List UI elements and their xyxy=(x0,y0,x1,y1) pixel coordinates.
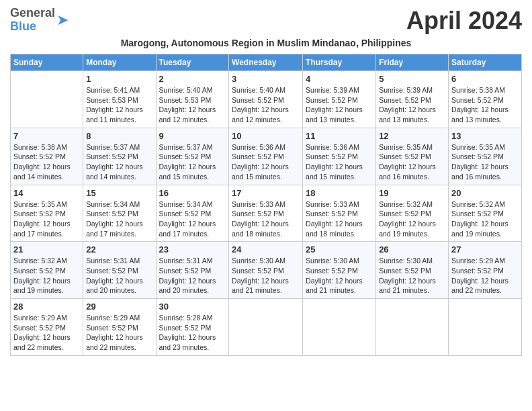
day-info: Sunrise: 5:29 AMSunset: 5:52 PMDaylight:… xyxy=(86,313,152,353)
calendar-cell: 12Sunrise: 5:35 AMSunset: 5:52 PMDayligh… xyxy=(376,128,449,185)
day-number: 6 xyxy=(451,74,519,84)
day-info: Sunrise: 5:35 AMSunset: 5:52 PMDaylight:… xyxy=(379,142,445,182)
calendar-cell xyxy=(229,299,303,356)
day-info: Sunrise: 5:37 AMSunset: 5:52 PMDaylight:… xyxy=(86,142,152,182)
logo-bird-icon: ➤ xyxy=(56,11,69,29)
calendar-cell xyxy=(449,299,522,356)
calendar-cell: 30Sunrise: 5:28 AMSunset: 5:52 PMDayligh… xyxy=(156,299,229,356)
calendar-cell: 25Sunrise: 5:30 AMSunset: 5:52 PMDayligh… xyxy=(303,242,376,299)
calendar-cell: 10Sunrise: 5:36 AMSunset: 5:52 PMDayligh… xyxy=(229,128,303,185)
day-info: Sunrise: 5:36 AMSunset: 5:52 PMDaylight:… xyxy=(306,142,373,182)
day-number: 27 xyxy=(451,244,519,255)
calendar-cell: 28Sunrise: 5:29 AMSunset: 5:52 PMDayligh… xyxy=(11,299,83,356)
day-number: 8 xyxy=(86,131,152,141)
calendar-cell: 14Sunrise: 5:35 AMSunset: 5:52 PMDayligh… xyxy=(11,185,83,242)
day-number: 18 xyxy=(306,188,373,198)
day-number: 17 xyxy=(232,188,300,198)
day-info: Sunrise: 5:37 AMSunset: 5:52 PMDaylight:… xyxy=(159,142,226,182)
calendar-cell: 16Sunrise: 5:34 AMSunset: 5:52 PMDayligh… xyxy=(156,185,229,242)
day-info: Sunrise: 5:30 AMSunset: 5:52 PMDaylight:… xyxy=(306,256,373,295)
day-number: 16 xyxy=(159,188,226,198)
calendar-cell: 19Sunrise: 5:32 AMSunset: 5:52 PMDayligh… xyxy=(376,185,449,242)
day-info: Sunrise: 5:38 AMSunset: 5:52 PMDaylight:… xyxy=(451,85,519,125)
column-header-friday: Friday xyxy=(376,54,449,71)
column-header-monday: Monday xyxy=(83,54,156,71)
calendar-cell: 9Sunrise: 5:37 AMSunset: 5:52 PMDaylight… xyxy=(156,128,229,185)
day-info: Sunrise: 5:34 AMSunset: 5:52 PMDaylight:… xyxy=(159,199,226,239)
day-info: Sunrise: 5:35 AMSunset: 5:52 PMDaylight:… xyxy=(13,199,80,239)
day-number: 23 xyxy=(159,244,226,255)
calendar-cell: 5Sunrise: 5:39 AMSunset: 5:52 PMDaylight… xyxy=(376,71,449,128)
calendar-cell: 29Sunrise: 5:29 AMSunset: 5:52 PMDayligh… xyxy=(83,299,156,356)
column-header-tuesday: Tuesday xyxy=(156,54,229,71)
calendar-cell: 18Sunrise: 5:33 AMSunset: 5:52 PMDayligh… xyxy=(303,185,376,242)
day-info: Sunrise: 5:32 AMSunset: 5:52 PMDaylight:… xyxy=(379,199,445,239)
column-header-thursday: Thursday xyxy=(303,54,376,71)
day-info: Sunrise: 5:39 AMSunset: 5:52 PMDaylight:… xyxy=(379,85,445,125)
calendar-cell: 11Sunrise: 5:36 AMSunset: 5:52 PMDayligh… xyxy=(303,128,376,185)
day-info: Sunrise: 5:29 AMSunset: 5:52 PMDaylight:… xyxy=(13,313,80,353)
day-info: Sunrise: 5:33 AMSunset: 5:52 PMDaylight:… xyxy=(232,199,300,239)
calendar-cell: 6Sunrise: 5:38 AMSunset: 5:52 PMDaylight… xyxy=(449,71,522,128)
calendar-cell: 22Sunrise: 5:31 AMSunset: 5:52 PMDayligh… xyxy=(83,242,156,299)
day-info: Sunrise: 5:31 AMSunset: 5:52 PMDaylight:… xyxy=(86,256,152,295)
day-number: 29 xyxy=(86,302,152,312)
calendar-cell: 27Sunrise: 5:29 AMSunset: 5:52 PMDayligh… xyxy=(449,242,522,299)
day-info: Sunrise: 5:33 AMSunset: 5:52 PMDaylight:… xyxy=(306,199,373,239)
day-info: Sunrise: 5:30 AMSunset: 5:52 PMDaylight:… xyxy=(232,256,300,295)
day-info: Sunrise: 5:31 AMSunset: 5:52 PMDaylight:… xyxy=(159,256,226,295)
day-number: 2 xyxy=(159,74,226,84)
day-number: 13 xyxy=(451,131,519,141)
calendar-cell xyxy=(376,299,449,356)
calendar-cell: 7Sunrise: 5:38 AMSunset: 5:52 PMDaylight… xyxy=(11,128,83,185)
column-header-saturday: Saturday xyxy=(449,54,522,71)
day-number: 1 xyxy=(86,74,152,84)
calendar-subtitle: Marogong, Autonomous Region in Muslim Mi… xyxy=(10,38,522,48)
day-info: Sunrise: 5:35 AMSunset: 5:52 PMDaylight:… xyxy=(451,142,519,182)
calendar-cell: 8Sunrise: 5:37 AMSunset: 5:52 PMDaylight… xyxy=(83,128,156,185)
month-title: April 2024 xyxy=(406,7,522,35)
calendar-cell: 20Sunrise: 5:32 AMSunset: 5:52 PMDayligh… xyxy=(449,185,522,242)
day-info: Sunrise: 5:40 AMSunset: 5:52 PMDaylight:… xyxy=(232,85,300,125)
day-info: Sunrise: 5:32 AMSunset: 5:52 PMDaylight:… xyxy=(13,256,80,295)
logo-general: General xyxy=(10,7,55,20)
day-number: 19 xyxy=(379,188,445,198)
day-number: 14 xyxy=(13,188,80,198)
day-info: Sunrise: 5:41 AMSunset: 5:53 PMDaylight:… xyxy=(86,85,152,125)
day-number: 22 xyxy=(86,244,152,255)
day-number: 4 xyxy=(306,74,373,84)
day-number: 3 xyxy=(232,74,300,84)
calendar-cell: 24Sunrise: 5:30 AMSunset: 5:52 PMDayligh… xyxy=(229,242,303,299)
day-info: Sunrise: 5:38 AMSunset: 5:52 PMDaylight:… xyxy=(13,142,80,182)
logo-blue: Blue xyxy=(10,20,55,34)
calendar-cell: 2Sunrise: 5:40 AMSunset: 5:53 PMDaylight… xyxy=(156,71,229,128)
day-number: 7 xyxy=(13,131,80,141)
column-header-wednesday: Wednesday xyxy=(229,54,303,71)
day-info: Sunrise: 5:34 AMSunset: 5:52 PMDaylight:… xyxy=(86,199,152,239)
calendar-cell xyxy=(303,299,376,356)
calendar-cell: 4Sunrise: 5:39 AMSunset: 5:52 PMDaylight… xyxy=(303,71,376,128)
day-number: 25 xyxy=(306,244,373,255)
day-info: Sunrise: 5:30 AMSunset: 5:52 PMDaylight:… xyxy=(379,256,445,295)
day-number: 11 xyxy=(306,131,373,141)
calendar-cell: 3Sunrise: 5:40 AMSunset: 5:52 PMDaylight… xyxy=(229,71,303,128)
column-header-sunday: Sunday xyxy=(11,54,83,71)
day-info: Sunrise: 5:36 AMSunset: 5:52 PMDaylight:… xyxy=(232,142,300,182)
calendar-cell: 13Sunrise: 5:35 AMSunset: 5:52 PMDayligh… xyxy=(449,128,522,185)
calendar-cell: 26Sunrise: 5:30 AMSunset: 5:52 PMDayligh… xyxy=(376,242,449,299)
calendar-cell xyxy=(11,71,83,128)
day-number: 20 xyxy=(451,188,519,198)
calendar-table: SundayMondayTuesdayWednesdayThursdayFrid… xyxy=(10,54,522,356)
day-number: 28 xyxy=(13,302,80,312)
day-number: 5 xyxy=(379,74,445,84)
day-number: 21 xyxy=(13,244,80,255)
day-info: Sunrise: 5:28 AMSunset: 5:52 PMDaylight:… xyxy=(159,313,226,353)
day-info: Sunrise: 5:29 AMSunset: 5:52 PMDaylight:… xyxy=(451,256,519,295)
day-info: Sunrise: 5:39 AMSunset: 5:52 PMDaylight:… xyxy=(306,85,373,125)
day-number: 15 xyxy=(86,188,152,198)
day-info: Sunrise: 5:40 AMSunset: 5:53 PMDaylight:… xyxy=(159,85,226,125)
day-info: Sunrise: 5:32 AMSunset: 5:52 PMDaylight:… xyxy=(451,199,519,239)
day-number: 10 xyxy=(232,131,300,141)
calendar-cell: 23Sunrise: 5:31 AMSunset: 5:52 PMDayligh… xyxy=(156,242,229,299)
calendar-cell: 15Sunrise: 5:34 AMSunset: 5:52 PMDayligh… xyxy=(83,185,156,242)
